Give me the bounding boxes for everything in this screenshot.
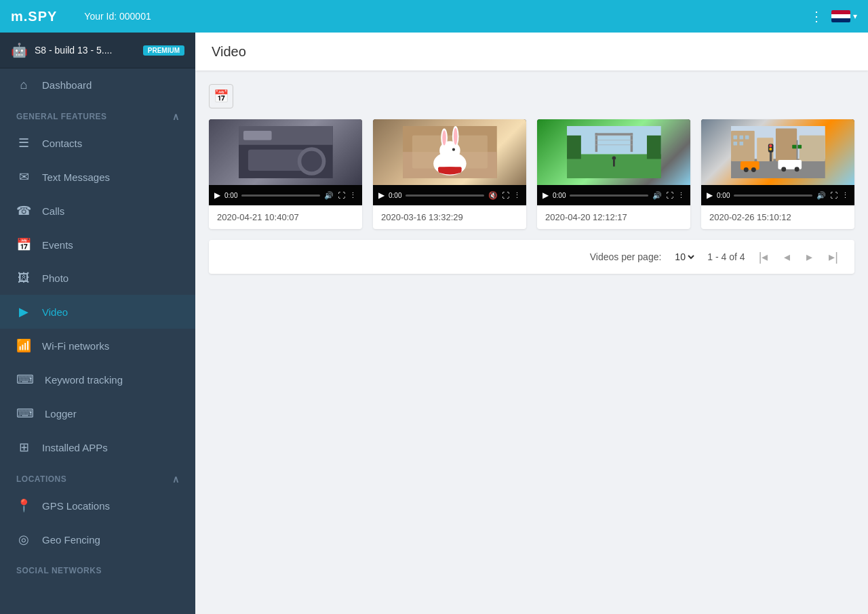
video-timestamp-2: 2020-03-16 13:32:29	[373, 205, 526, 229]
play-button-2[interactable]: ▶	[378, 190, 384, 200]
video-controls-1: ▶ 0:00 🔊 ⛶ ⋮	[209, 185, 362, 205]
general-features-chevron-icon[interactable]: ∧	[172, 111, 180, 122]
keyword-icon: ⌨	[16, 372, 34, 387]
progress-bar-1[interactable]	[241, 195, 320, 197]
video-card-3: ▶ 0:00 🔊 ⛶ ⋮ 2020-04-20 12:12:17	[537, 119, 690, 229]
more-icon-1[interactable]: ⋮	[349, 191, 357, 200]
header-right: ⋮ ▾	[810, 8, 857, 24]
main-layout: 🤖 S8 - build 13 - 5.... PREMIUM ⌂ Dashbo…	[0, 33, 868, 614]
svg-rect-20	[567, 136, 581, 159]
svg-point-49	[743, 167, 748, 172]
volume-icon-1[interactable]: 🔊	[324, 191, 334, 200]
locations-chevron-icon[interactable]: ∧	[172, 474, 180, 485]
photo-icon: 🖼	[16, 271, 31, 285]
thumbnail-content-4	[701, 119, 854, 185]
sidebar-label-contacts: Contacts	[42, 138, 82, 149]
sidebar-label-apps: Installed APPs	[42, 442, 108, 453]
video-controls-4: ▶ 0:00 🔊 ⛶ ⋮	[701, 185, 854, 205]
messages-icon: ✉	[16, 169, 31, 184]
sidebar-item-logger[interactable]: ⌨ Logger	[0, 396, 195, 430]
video-player-2[interactable]: ▶ 0:00 🔇 ⛶ ⋮	[373, 119, 526, 205]
time-display-3: 0:00	[553, 192, 566, 199]
logger-icon: ⌨	[16, 406, 34, 421]
prev-page-button[interactable]: ◂	[781, 248, 793, 266]
contacts-icon: ☰	[16, 136, 31, 150]
svg-rect-36	[733, 136, 737, 140]
filter-bar: 📅	[209, 84, 854, 108]
sidebar: 🤖 S8 - build 13 - 5.... PREMIUM ⌂ Dashbo…	[0, 33, 195, 614]
time-display-1: 0:00	[224, 192, 237, 199]
play-button-1[interactable]: ▶	[214, 190, 220, 200]
volume-icon-3[interactable]: 🔊	[652, 191, 662, 200]
date-filter-button[interactable]: 📅	[209, 84, 233, 108]
svg-rect-32	[731, 131, 755, 161]
svg-rect-40	[739, 142, 743, 146]
volume-icon-4[interactable]: 🔊	[816, 191, 826, 200]
header-menu-button[interactable]: ⋮	[810, 8, 823, 24]
svg-rect-35	[799, 136, 825, 161]
thumbnail-content-3	[537, 119, 690, 185]
sidebar-item-keyword[interactable]: ⌨ Keyword tracking	[0, 363, 195, 396]
svg-point-51	[781, 167, 786, 171]
video-controls-3: ▶ 0:00 🔊 ⛶ ⋮	[537, 185, 690, 205]
volume-icon-2[interactable]: 🔇	[488, 191, 498, 200]
gps-icon: 📍	[16, 498, 31, 513]
svg-rect-29	[613, 160, 615, 167]
progress-bar-2[interactable]	[406, 195, 484, 197]
pagination-bar: Videos per page: 10 25 50 1 - 4 of 4 |◂ …	[209, 240, 854, 274]
more-icon-4[interactable]: ⋮	[842, 191, 849, 200]
sidebar-item-geofencing[interactable]: ◎ Geo Fencing	[0, 523, 195, 556]
fullscreen-icon-4[interactable]: ⛶	[830, 191, 837, 199]
device-bar[interactable]: 🤖 S8 - build 13 - 5.... PREMIUM	[0, 33, 195, 68]
more-icon-2[interactable]: ⋮	[513, 191, 521, 200]
progress-bar-3[interactable]	[570, 195, 648, 197]
sidebar-item-contacts[interactable]: ☰ Contacts	[0, 126, 195, 160]
svg-rect-47	[741, 161, 760, 169]
sidebar-item-calls[interactable]: ☎ Calls	[0, 194, 195, 228]
sidebar-label-text-messages: Text Messages	[42, 171, 110, 183]
play-button-3[interactable]: ▶	[542, 190, 549, 200]
video-thumbnail-2	[373, 119, 526, 185]
language-selector[interactable]: ▾	[831, 10, 857, 22]
progress-bar-4[interactable]	[734, 195, 812, 197]
thumbnail-content-1	[209, 119, 362, 185]
section-locations: LOCATIONS ∧	[0, 464, 195, 489]
sidebar-label-gps: GPS Locations	[42, 500, 110, 512]
svg-rect-1	[248, 149, 304, 170]
device-name: S8 - build 13 - 5....	[35, 45, 136, 56]
events-icon: 📅	[16, 237, 31, 252]
video-player-1[interactable]: ▶ 0:00 🔊 ⛶ ⋮	[209, 119, 362, 205]
sidebar-item-gps[interactable]: 📍 GPS Locations	[0, 489, 195, 523]
svg-rect-23	[630, 133, 632, 152]
play-button-4[interactable]: ▶	[707, 190, 713, 200]
video-player-3[interactable]: ▶ 0:00 🔊 ⛶ ⋮	[537, 119, 690, 205]
fullscreen-icon-2[interactable]: ⛶	[502, 191, 509, 199]
fullscreen-icon-3[interactable]: ⛶	[666, 191, 673, 199]
sidebar-item-events[interactable]: 📅 Events	[0, 228, 195, 262]
svg-rect-39	[733, 142, 737, 146]
calls-icon: ☎	[16, 203, 31, 218]
svg-point-12	[442, 130, 446, 145]
sidebar-label-calls: Calls	[42, 205, 64, 217]
first-page-button[interactable]: |◂	[756, 248, 771, 266]
svg-rect-38	[745, 136, 749, 140]
thumbnail-content-2	[373, 119, 526, 185]
fullscreen-icon-1[interactable]: ⛶	[338, 191, 345, 199]
svg-point-14	[454, 127, 458, 144]
video-player-4[interactable]: ▶ 0:00 🔊 ⛶ ⋮	[701, 119, 854, 205]
per-page-select[interactable]: 10 25 50	[672, 251, 696, 263]
sidebar-item-photo[interactable]: 🖼 Photo	[0, 262, 195, 295]
sidebar-item-wifi[interactable]: 📶 Wi-Fi networks	[0, 329, 195, 363]
sidebar-item-text-messages[interactable]: ✉ Text Messages	[0, 160, 195, 194]
last-page-button[interactable]: ▸|	[826, 248, 841, 266]
more-icon-3[interactable]: ⋮	[677, 191, 685, 200]
next-page-button[interactable]: ▸	[804, 248, 815, 266]
sidebar-item-apps[interactable]: ⊞ Installed APPs	[0, 430, 195, 464]
sidebar-label-keyword: Keyword tracking	[45, 374, 123, 386]
sidebar-item-video[interactable]: ▶ Video	[0, 295, 195, 329]
video-controls-2: ▶ 0:00 🔇 ⛶ ⋮	[373, 185, 526, 205]
language-chevron-icon: ▾	[853, 12, 857, 21]
general-features-label: GENERAL FEATURES	[16, 112, 107, 121]
sidebar-item-dashboard[interactable]: ⌂ Dashboard	[0, 68, 195, 102]
sidebar-label-geofencing: Geo Fencing	[42, 534, 100, 546]
